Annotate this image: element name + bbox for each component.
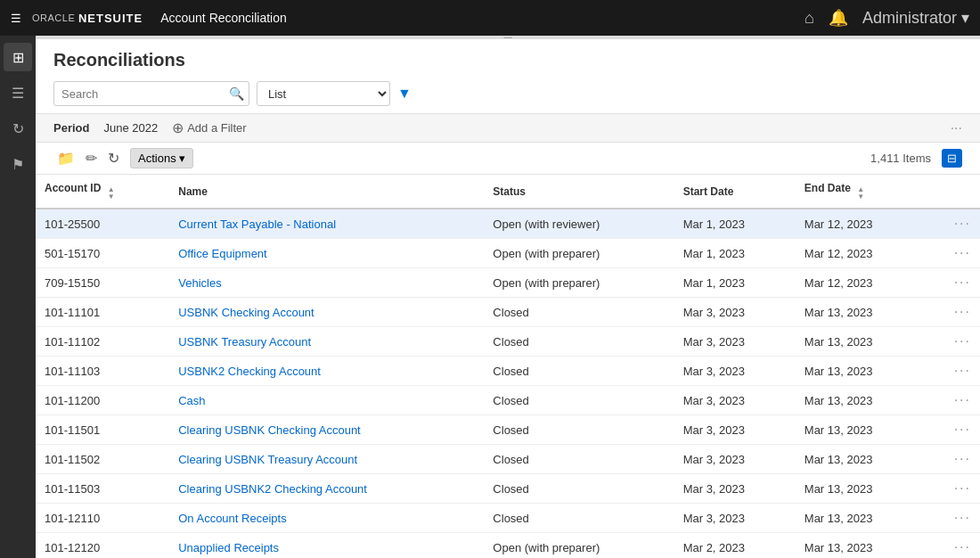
col-account-id[interactable]: Account ID ▲▼: [36, 175, 169, 209]
cell-row-actions[interactable]: ···: [927, 327, 980, 357]
sidebar-icon-list[interactable]: ☰: [4, 78, 32, 107]
cell-start-date: Mar 3, 2023: [674, 474, 796, 504]
cell-end-date: Mar 13, 2023: [796, 298, 927, 327]
table-container: Account ID ▲▼ Name Status Start Date End…: [36, 175, 980, 558]
table-body: 101-25500Current Tax Payable - NationalO…: [36, 209, 980, 558]
period-more-icon[interactable]: ···: [951, 120, 962, 136]
name-link[interactable]: Vehicles: [178, 276, 221, 290]
cell-row-actions[interactable]: ···: [927, 239, 980, 268]
col-actions-header: [927, 175, 980, 209]
name-link[interactable]: Office Equipment: [178, 247, 266, 260]
cell-row-actions[interactable]: ···: [927, 445, 980, 474]
sidebar-icon-refresh[interactable]: ↻: [4, 114, 32, 143]
folder-icon-btn[interactable]: 📁: [53, 148, 78, 168]
cell-account-id: 101-11102: [36, 327, 169, 357]
sidebar: ⊞ ☰ ↻ ⚑: [0, 36, 36, 558]
cell-account-id: 101-11200: [36, 386, 169, 415]
cell-row-actions[interactable]: ···: [927, 386, 980, 415]
cell-end-date: Mar 13, 2023: [796, 415, 927, 445]
cell-status: Closed: [484, 298, 674, 327]
view-grid-button[interactable]: ⊟: [942, 149, 962, 168]
cell-end-date: Mar 13, 2023: [796, 445, 927, 474]
page-title: Reconciliations: [53, 50, 962, 70]
table-row: 501-15170Office EquipmentOpen (with prep…: [36, 239, 980, 268]
nav-title: Account Reconciliation: [160, 11, 287, 25]
top-nav: ☰ ORACLE NETSUITE Account Reconciliation…: [0, 0, 980, 36]
cell-row-actions[interactable]: ···: [927, 209, 980, 239]
table-row: 101-11103USBNK2 Checking AccountClosedMa…: [36, 357, 980, 386]
cell-account-id: 101-12110: [36, 504, 169, 533]
bell-icon[interactable]: 🔔: [829, 8, 848, 28]
name-link[interactable]: Unapplied Receipts: [178, 541, 279, 554]
cell-status: Open (with reviewer): [484, 209, 674, 239]
period-bar: Period June 2022 ⊕ Add a Filter ···: [36, 114, 980, 143]
add-filter-button[interactable]: ⊕ Add a Filter: [172, 119, 246, 136]
cell-name: Clearing USBNK Checking Account: [169, 415, 484, 445]
name-link[interactable]: Clearing USBNK Treasury Account: [178, 453, 357, 466]
name-link[interactable]: On Account Receipts: [178, 512, 286, 525]
cell-row-actions[interactable]: ···: [927, 298, 980, 327]
actions-button[interactable]: Actions ▾: [130, 148, 193, 168]
logo: ORACLE NETSUITE: [32, 12, 143, 25]
cell-status: Open (with preparer): [484, 239, 674, 268]
sidebar-icon-alert[interactable]: ⚑: [4, 150, 32, 178]
cell-end-date: Mar 12, 2023: [796, 209, 927, 239]
table-row: 101-12110On Account ReceiptsClosedMar 3,…: [36, 504, 980, 533]
cell-name: Office Equipment: [169, 239, 484, 268]
plus-icon: ⊕: [172, 119, 184, 136]
filter-active-icon[interactable]: ▼: [397, 86, 412, 102]
admin-menu[interactable]: Administrator ▾: [862, 8, 969, 28]
cell-row-actions[interactable]: ···: [927, 504, 980, 533]
cell-account-id: 101-12120: [36, 533, 169, 559]
cell-status: Open (with preparer): [484, 533, 674, 559]
cell-account-id: 101-11103: [36, 357, 169, 386]
search-wrapper: 🔍: [53, 81, 249, 106]
search-input[interactable]: [53, 81, 249, 106]
cell-row-actions[interactable]: ···: [927, 474, 980, 504]
cell-name: USBNK Treasury Account: [169, 327, 484, 357]
name-link[interactable]: USBNK Checking Account: [178, 306, 314, 319]
home-nav-icon[interactable]: ⌂: [804, 9, 814, 28]
cell-row-actions[interactable]: ···: [927, 415, 980, 445]
cell-start-date: Mar 1, 2023: [674, 239, 796, 268]
name-link[interactable]: Current Tax Payable - National: [178, 217, 336, 231]
edit-icon-btn[interactable]: ✏: [82, 148, 101, 168]
search-button[interactable]: 🔍: [229, 86, 244, 101]
menu-icon[interactable]: ☰: [11, 12, 21, 25]
name-link[interactable]: USBNK Treasury Account: [178, 335, 311, 349]
name-link[interactable]: Clearing USBNK Checking Account: [178, 423, 361, 437]
cell-account-id: 501-15170: [36, 239, 169, 268]
name-link[interactable]: Cash: [178, 394, 205, 407]
cell-start-date: Mar 3, 2023: [674, 327, 796, 357]
table-row: 101-11200CashClosedMar 3, 2023Mar 13, 20…: [36, 386, 980, 415]
cell-row-actions[interactable]: ···: [927, 357, 980, 386]
cell-account-id: 101-25500: [36, 209, 169, 239]
toolbar: 📁 ✏ ↻ Actions ▾ 1,411 Items ⊟: [36, 143, 980, 175]
main-layout: ⊞ ☰ ↻ ⚑ ─ Reconciliations 🔍 List Summary…: [0, 36, 980, 558]
col-end-date[interactable]: End Date ▲▼: [796, 175, 927, 209]
cell-end-date: Mar 13, 2023: [796, 474, 927, 504]
cell-end-date: Mar 13, 2023: [796, 327, 927, 357]
right-icons: ⌂ 🔔 Administrator ▾: [804, 8, 969, 28]
list-select[interactable]: List Summary Detail: [257, 81, 390, 106]
table-row: 101-12120Unapplied ReceiptsOpen (with pr…: [36, 533, 980, 559]
sidebar-icon-grid[interactable]: ⊞: [4, 43, 32, 71]
name-link[interactable]: USBNK2 Checking Account: [178, 365, 321, 378]
cell-name: USBNK2 Checking Account: [169, 357, 484, 386]
cell-row-actions[interactable]: ···: [927, 268, 980, 298]
refresh-icon-btn[interactable]: ↻: [104, 148, 123, 168]
cell-status: Open (with preparer): [484, 268, 674, 298]
cell-status: Closed: [484, 415, 674, 445]
col-name: Name: [169, 175, 484, 209]
cell-row-actions[interactable]: ···: [927, 533, 980, 559]
cell-status: Closed: [484, 327, 674, 357]
cell-name: Unapplied Receipts: [169, 533, 484, 559]
table-row: 101-25500Current Tax Payable - NationalO…: [36, 209, 980, 239]
logo-netsuite: NETSUITE: [78, 12, 143, 25]
table-row: 101-11501Clearing USBNK Checking Account…: [36, 415, 980, 445]
table-row: 101-11502Clearing USBNK Treasury Account…: [36, 445, 980, 474]
cell-name: Clearing USBNK2 Checking Account: [169, 474, 484, 504]
cell-account-id: 101-11502: [36, 445, 169, 474]
cell-name: Current Tax Payable - National: [169, 209, 484, 239]
name-link[interactable]: Clearing USBNK2 Checking Account: [178, 482, 367, 496]
